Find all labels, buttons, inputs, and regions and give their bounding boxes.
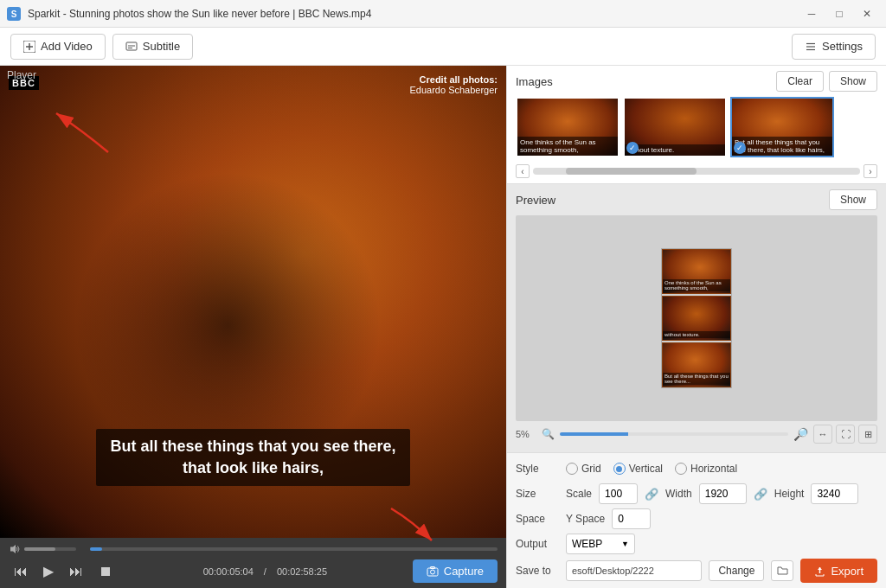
subtitle-overlay: But all these things that you see there,… <box>0 429 506 486</box>
capture-icon <box>427 566 439 578</box>
scale-label: Scale <box>566 488 592 500</box>
title-bar: S Sparkit - Stunning photos show the Sun… <box>0 0 886 28</box>
time-separator: / <box>264 566 266 577</box>
thumb-3-caption: But all these things that you see there,… <box>732 137 832 156</box>
player-panel: Player BBC Credit all photos: Eduardo <box>0 66 506 588</box>
fit-screen-button[interactable]: ⛶ <box>836 425 855 444</box>
save-path-input[interactable] <box>566 560 702 581</box>
style-label: Style <box>516 463 559 475</box>
y-space-input[interactable] <box>612 508 651 529</box>
height-input[interactable] <box>811 483 858 504</box>
right-panel: Images Clear Show One thinks of the Sun … <box>506 66 886 588</box>
subtitle-button[interactable]: Subtitle <box>112 34 193 60</box>
clear-button[interactable]: Clear <box>776 71 824 92</box>
folder-icon <box>777 566 788 576</box>
link-icon-2[interactable]: 🔗 <box>754 488 767 501</box>
actual-size-button[interactable]: ⊞ <box>858 425 877 444</box>
show-preview-button[interactable]: Show <box>829 189 877 210</box>
capture-button[interactable]: Capture <box>413 559 498 583</box>
preview-strip-1: One thinks of the Sun as something smoot… <box>662 249 731 294</box>
preview-strip-2: without texture. <box>662 296 731 341</box>
video-area[interactable]: BBC Credit all photos: Eduardo Schaberge… <box>0 66 506 538</box>
zoom-in-icon[interactable]: 🔎 <box>793 427 808 441</box>
zoom-out-icon[interactable]: 🔍 <box>542 428 555 440</box>
output-row: Output WEBP ▼ <box>516 534 877 554</box>
credit-line2: Eduardo Schaberger <box>409 85 498 95</box>
add-video-label: Add Video <box>41 40 93 53</box>
minimize-button[interactable]: ─ <box>799 5 824 22</box>
time-current: 00:00:05:04 <box>203 566 254 577</box>
add-video-button[interactable]: Add Video <box>10 34 106 60</box>
settings-icon <box>805 41 817 53</box>
thumbnail-3[interactable]: But all these things that you see there,… <box>730 97 834 157</box>
fit-width-button[interactable]: ↔ <box>813 425 832 444</box>
space-row: Space Y Space <box>516 508 877 529</box>
skip-forward-button[interactable]: ⏭ <box>64 562 88 581</box>
credit-line1: Credit all photos: <box>409 74 498 85</box>
vertical-radio[interactable] <box>613 463 626 475</box>
preview-section: Preview Show One thinks of the Sun as so… <box>507 184 886 452</box>
chevron-down-icon: ▼ <box>621 540 629 548</box>
skip-back-button[interactable]: ⏮ <box>9 562 33 581</box>
style-radio-group: Grid Vertical Horizontal <box>566 463 737 475</box>
stop-button[interactable]: ⏹ <box>93 562 118 581</box>
save-label: Save to <box>516 565 559 577</box>
volume-icon <box>9 543 21 555</box>
zoom-slider[interactable] <box>560 432 788 436</box>
time-total: 00:02:58:25 <box>277 566 327 577</box>
scale-input[interactable] <box>599 483 638 504</box>
thumb-1-caption: One thinks of the Sun as something smoot… <box>517 137 618 156</box>
images-label: Images <box>516 75 553 88</box>
play-button[interactable]: ▶ <box>38 561 59 581</box>
settings-label: Settings <box>822 40 863 53</box>
subtitle-label: Subtitle <box>143 40 180 53</box>
style-horizontal-option[interactable]: Horizontal <box>675 463 737 475</box>
add-video-icon <box>23 41 35 53</box>
space-label: Space <box>516 513 559 525</box>
horizontal-radio[interactable] <box>675 463 687 475</box>
width-label: Width <box>665 488 692 500</box>
style-vertical-option[interactable]: Vertical <box>613 463 663 475</box>
thumb-3-check: ✓ <box>734 142 746 154</box>
settings-section: Style Grid Vertical Horizontal <box>507 452 886 588</box>
size-label: Size <box>516 488 559 500</box>
thumb-2-check: ✓ <box>626 142 639 154</box>
thumbnail-1[interactable]: One thinks of the Sun as something smoot… <box>516 97 620 157</box>
progress-track[interactable] <box>90 547 498 551</box>
thumb-scroll-left[interactable]: ‹ <box>516 164 530 178</box>
toolbar: Add Video Subtitle Settings <box>0 28 886 66</box>
y-space-label: Y Space <box>566 513 605 525</box>
export-button[interactable]: Export <box>800 559 877 583</box>
capture-label: Capture <box>444 565 484 578</box>
grid-label: Grid <box>581 463 601 475</box>
maximize-button[interactable]: □ <box>827 5 851 22</box>
svg-marker-12 <box>10 545 16 553</box>
thumbnail-2[interactable]: without texture. ✓ <box>623 97 727 157</box>
thumb-scroll-right[interactable]: › <box>864 164 877 178</box>
subtitle-icon <box>125 41 138 53</box>
window-title: Sparkit - Stunning photos show the Sun l… <box>28 8 371 20</box>
volume-slider[interactable] <box>24 547 76 551</box>
preview-label: Preview <box>516 194 555 207</box>
style-grid-option[interactable]: Grid <box>566 463 601 475</box>
link-icon-1[interactable]: 🔗 <box>645 488 658 501</box>
images-section: Images Clear Show One thinks of the Sun … <box>507 66 886 184</box>
zoom-bar: 5% 🔍 🔎 ↔ ⛶ ⊞ <box>516 421 877 447</box>
change-button[interactable]: Change <box>709 560 764 581</box>
height-label: Height <box>774 488 805 500</box>
svg-rect-14 <box>427 568 438 576</box>
folder-button[interactable] <box>771 560 793 581</box>
preview-wrapper: One thinks of the Sun as something smoot… <box>661 245 732 392</box>
output-label: Output <box>516 538 559 550</box>
close-button[interactable]: ✕ <box>855 5 879 22</box>
show-images-button[interactable]: Show <box>829 71 877 92</box>
settings-button[interactable]: Settings <box>792 34 876 60</box>
style-row: Style Grid Vertical Horizontal <box>516 458 877 479</box>
zoom-percent: 5% <box>516 429 536 439</box>
thumb-scrollbar[interactable] <box>533 168 860 175</box>
width-input[interactable] <box>699 483 747 504</box>
svg-text:S: S <box>11 10 17 19</box>
export-icon <box>814 566 825 577</box>
output-format-select[interactable]: WEBP ▼ <box>566 534 635 554</box>
grid-radio[interactable] <box>566 463 578 475</box>
